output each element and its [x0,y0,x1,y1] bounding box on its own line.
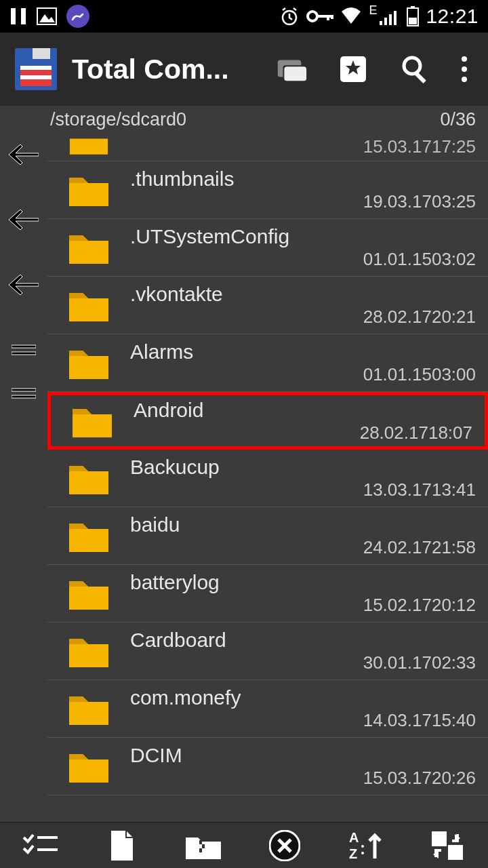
file-row[interactable]: baidu24.02.1721:58 [47,507,488,565]
zip-button[interactable] [184,828,223,863]
svg-point-5 [308,12,317,21]
file-list[interactable]: 15.03.1717:25.thumbnails19.03.1703:25.UT… [47,133,488,822]
app-title: Total Com... [72,54,259,85]
svg-rect-7 [327,15,329,20]
svg-rect-31 [202,844,205,848]
menu-lines-icon[interactable] [9,335,39,365]
sort-button[interactable]: AZ [346,828,386,863]
delete-button[interactable] [265,828,304,863]
file-row[interactable]: Android28.02.1718:07 [47,392,488,450]
wifi-icon [340,7,362,25]
app-icon [15,48,57,90]
copy-move-button[interactable] [428,828,467,863]
folder-icon [47,749,130,784]
svg-rect-19 [415,72,426,83]
select-button[interactable] [21,828,60,863]
svg-point-18 [404,58,420,74]
file-name: Alarms [130,340,476,363]
selection-counter: 0/36 [440,109,476,130]
folder-icon [47,137,130,157]
folder-icon [47,288,130,323]
file-meta: 01.01.1503:00 [130,364,476,385]
svg-rect-26 [12,395,36,398]
svg-text:Z: Z [349,846,357,861]
battery-icon [407,6,419,26]
svg-point-36 [361,845,364,848]
svg-text:A: A [349,830,359,845]
svg-point-37 [361,852,364,854]
svg-rect-38 [432,831,447,846]
svg-rect-39 [448,845,463,860]
file-row[interactable]: Backucup13.03.1713:41 [47,450,488,507]
bottom-toolbar: AZ [0,822,488,868]
file-meta: 13.03.1713:41 [130,479,476,500]
history-back-button[interactable] [9,270,39,300]
file-meta: 24.02.1721:58 [130,537,476,558]
folder-icon [47,460,130,496]
file-name: com.monefy [130,686,476,709]
svg-rect-23 [12,345,36,348]
svg-rect-27 [37,836,58,839]
file-meta: 15.02.1720:12 [130,595,476,616]
status-right-icons: E 12:21 [279,5,479,28]
file-row[interactable]: .vkontakte28.02.1720:21 [47,277,488,334]
file-name: batterylog [130,571,476,593]
bookmark-icon[interactable] [336,52,370,86]
file-meta: 30.01.1702:33 [130,652,476,673]
svg-rect-0 [11,8,16,24]
svg-rect-25 [12,389,36,391]
file-row[interactable]: Alarms01.01.1503:00 [47,334,488,392]
file-list-pane: /storage/sdcard0 0/36 15.03.1717:25.thum… [47,106,488,822]
folder-icon [47,230,130,265]
file-name: Android [134,399,472,421]
history-back-button[interactable] [9,205,39,235]
file-row[interactable]: .thumbnails19.03.1703:25 [47,161,488,219]
panel-switch-icon[interactable] [274,52,308,86]
overflow-menu-icon[interactable] [461,56,468,83]
svg-point-22 [462,77,467,82]
file-row[interactable]: DCIM15.03.1720:26 [47,738,488,795]
status-left-icons [9,5,89,28]
history-back-button[interactable] [9,140,39,170]
signal-icon [380,7,400,25]
menu-lines-icon[interactable] [9,378,39,408]
file-row[interactable]: batterylog15.02.1720:12 [47,565,488,623]
alarm-icon [279,6,300,26]
file-row[interactable]: 15.03.1717:25 [47,133,488,161]
file-row[interactable]: com.monefy14.03.1715:40 [47,680,488,738]
status-bar: E 12:21 [0,0,488,33]
file-name: Cardboard [130,629,476,651]
new-file-button[interactable] [102,828,142,863]
file-name: DCIM [130,744,476,766]
svg-point-21 [462,66,467,72]
svg-rect-24 [12,352,36,355]
svg-rect-9 [380,21,382,25]
app-bar: Total Com... [0,33,488,106]
file-meta: 01.01.1503:02 [130,249,476,270]
vpn-key-icon [306,9,333,23]
file-meta: 15.03.1720:26 [130,768,476,789]
folder-icon [47,576,130,611]
folder-icon [47,345,130,380]
clock: 12:21 [426,5,479,28]
history-sidebar [0,106,47,822]
folder-icon [47,633,130,669]
image-icon [37,7,57,25]
svg-rect-10 [384,18,387,25]
folder-icon [47,518,130,553]
file-name: .vkontakte [130,283,476,305]
svg-point-20 [462,56,467,62]
file-meta: 15.03.1717:25 [130,136,476,157]
search-icon[interactable] [399,52,432,86]
path-bar[interactable]: /storage/sdcard0 0/36 [47,106,488,133]
file-meta: 28.02.1718:07 [134,422,472,443]
file-meta: 19.03.1703:25 [130,191,476,212]
folder-icon [47,691,130,726]
svg-rect-8 [331,15,333,19]
svg-rect-12 [394,11,396,25]
file-name: .thumbnails [130,167,476,190]
file-row[interactable]: Cardboard30.01.1702:33 [47,623,488,680]
svg-rect-32 [199,848,202,852]
folder-icon [47,172,130,208]
file-row[interactable]: .UTSystemConfig01.01.1503:02 [47,219,488,277]
